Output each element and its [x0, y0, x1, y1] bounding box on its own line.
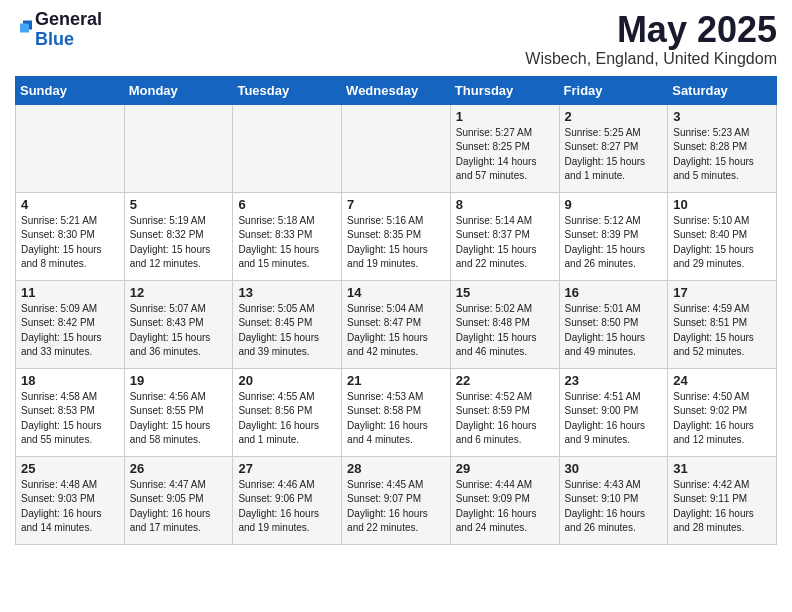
calendar-cell: 28Sunrise: 4:45 AM Sunset: 9:07 PM Dayli…	[342, 456, 451, 544]
day-number: 28	[347, 461, 445, 476]
col-header-friday: Friday	[559, 76, 668, 104]
header: General Blue May 2025 Wisbech, England, …	[15, 10, 777, 68]
day-number: 19	[130, 373, 228, 388]
col-header-tuesday: Tuesday	[233, 76, 342, 104]
calendar-cell: 27Sunrise: 4:46 AM Sunset: 9:06 PM Dayli…	[233, 456, 342, 544]
day-info: Sunrise: 4:51 AM Sunset: 9:00 PM Dayligh…	[565, 390, 663, 448]
day-number: 6	[238, 197, 336, 212]
day-number: 13	[238, 285, 336, 300]
day-number: 12	[130, 285, 228, 300]
calendar-cell	[16, 104, 125, 192]
day-number: 11	[21, 285, 119, 300]
day-info: Sunrise: 5:04 AM Sunset: 8:47 PM Dayligh…	[347, 302, 445, 360]
calendar-cell: 26Sunrise: 4:47 AM Sunset: 9:05 PM Dayli…	[124, 456, 233, 544]
day-info: Sunrise: 4:52 AM Sunset: 8:59 PM Dayligh…	[456, 390, 554, 448]
header-row: SundayMondayTuesdayWednesdayThursdayFrid…	[16, 76, 777, 104]
calendar-cell: 8Sunrise: 5:14 AM Sunset: 8:37 PM Daylig…	[450, 192, 559, 280]
week-row-2: 4Sunrise: 5:21 AM Sunset: 8:30 PM Daylig…	[16, 192, 777, 280]
day-number: 5	[130, 197, 228, 212]
calendar-cell: 16Sunrise: 5:01 AM Sunset: 8:50 PM Dayli…	[559, 280, 668, 368]
calendar-cell: 21Sunrise: 4:53 AM Sunset: 8:58 PM Dayli…	[342, 368, 451, 456]
logo-icon	[17, 19, 35, 37]
day-number: 16	[565, 285, 663, 300]
logo-blue: Blue	[35, 30, 102, 50]
calendar-cell: 31Sunrise: 4:42 AM Sunset: 9:11 PM Dayli…	[668, 456, 777, 544]
calendar-cell: 2Sunrise: 5:25 AM Sunset: 8:27 PM Daylig…	[559, 104, 668, 192]
day-info: Sunrise: 4:45 AM Sunset: 9:07 PM Dayligh…	[347, 478, 445, 536]
col-header-wednesday: Wednesday	[342, 76, 451, 104]
day-info: Sunrise: 5:21 AM Sunset: 8:30 PM Dayligh…	[21, 214, 119, 272]
day-number: 1	[456, 109, 554, 124]
calendar-cell	[124, 104, 233, 192]
calendar-cell: 14Sunrise: 5:04 AM Sunset: 8:47 PM Dayli…	[342, 280, 451, 368]
week-row-5: 25Sunrise: 4:48 AM Sunset: 9:03 PM Dayli…	[16, 456, 777, 544]
day-number: 17	[673, 285, 771, 300]
calendar-table: SundayMondayTuesdayWednesdayThursdayFrid…	[15, 76, 777, 545]
calendar-cell: 29Sunrise: 4:44 AM Sunset: 9:09 PM Dayli…	[450, 456, 559, 544]
day-info: Sunrise: 4:50 AM Sunset: 9:02 PM Dayligh…	[673, 390, 771, 448]
day-info: Sunrise: 4:59 AM Sunset: 8:51 PM Dayligh…	[673, 302, 771, 360]
col-header-sunday: Sunday	[16, 76, 125, 104]
week-row-4: 18Sunrise: 4:58 AM Sunset: 8:53 PM Dayli…	[16, 368, 777, 456]
day-number: 20	[238, 373, 336, 388]
day-number: 27	[238, 461, 336, 476]
week-row-3: 11Sunrise: 5:09 AM Sunset: 8:42 PM Dayli…	[16, 280, 777, 368]
day-number: 22	[456, 373, 554, 388]
calendar-cell	[342, 104, 451, 192]
calendar-cell: 1Sunrise: 5:27 AM Sunset: 8:25 PM Daylig…	[450, 104, 559, 192]
day-number: 15	[456, 285, 554, 300]
calendar-cell: 10Sunrise: 5:10 AM Sunset: 8:40 PM Dayli…	[668, 192, 777, 280]
day-number: 23	[565, 373, 663, 388]
day-number: 25	[21, 461, 119, 476]
calendar-container: General Blue May 2025 Wisbech, England, …	[0, 0, 792, 560]
day-info: Sunrise: 5:19 AM Sunset: 8:32 PM Dayligh…	[130, 214, 228, 272]
calendar-cell: 22Sunrise: 4:52 AM Sunset: 8:59 PM Dayli…	[450, 368, 559, 456]
day-info: Sunrise: 4:58 AM Sunset: 8:53 PM Dayligh…	[21, 390, 119, 448]
day-info: Sunrise: 5:02 AM Sunset: 8:48 PM Dayligh…	[456, 302, 554, 360]
day-info: Sunrise: 5:25 AM Sunset: 8:27 PM Dayligh…	[565, 126, 663, 184]
calendar-cell: 30Sunrise: 4:43 AM Sunset: 9:10 PM Dayli…	[559, 456, 668, 544]
day-info: Sunrise: 5:12 AM Sunset: 8:39 PM Dayligh…	[565, 214, 663, 272]
day-info: Sunrise: 5:23 AM Sunset: 8:28 PM Dayligh…	[673, 126, 771, 184]
calendar-cell: 25Sunrise: 4:48 AM Sunset: 9:03 PM Dayli…	[16, 456, 125, 544]
day-info: Sunrise: 4:56 AM Sunset: 8:55 PM Dayligh…	[130, 390, 228, 448]
day-number: 7	[347, 197, 445, 212]
day-number: 10	[673, 197, 771, 212]
day-number: 21	[347, 373, 445, 388]
calendar-cell: 20Sunrise: 4:55 AM Sunset: 8:56 PM Dayli…	[233, 368, 342, 456]
day-number: 14	[347, 285, 445, 300]
day-number: 26	[130, 461, 228, 476]
location: Wisbech, England, United Kingdom	[525, 50, 777, 68]
week-row-1: 1Sunrise: 5:27 AM Sunset: 8:25 PM Daylig…	[16, 104, 777, 192]
day-info: Sunrise: 4:46 AM Sunset: 9:06 PM Dayligh…	[238, 478, 336, 536]
calendar-cell: 12Sunrise: 5:07 AM Sunset: 8:43 PM Dayli…	[124, 280, 233, 368]
day-info: Sunrise: 5:07 AM Sunset: 8:43 PM Dayligh…	[130, 302, 228, 360]
day-info: Sunrise: 5:14 AM Sunset: 8:37 PM Dayligh…	[456, 214, 554, 272]
day-number: 9	[565, 197, 663, 212]
calendar-cell: 23Sunrise: 4:51 AM Sunset: 9:00 PM Dayli…	[559, 368, 668, 456]
day-info: Sunrise: 5:16 AM Sunset: 8:35 PM Dayligh…	[347, 214, 445, 272]
title-area: May 2025 Wisbech, England, United Kingdo…	[525, 10, 777, 68]
col-header-saturday: Saturday	[668, 76, 777, 104]
col-header-thursday: Thursday	[450, 76, 559, 104]
day-info: Sunrise: 5:05 AM Sunset: 8:45 PM Dayligh…	[238, 302, 336, 360]
day-info: Sunrise: 4:53 AM Sunset: 8:58 PM Dayligh…	[347, 390, 445, 448]
calendar-cell: 15Sunrise: 5:02 AM Sunset: 8:48 PM Dayli…	[450, 280, 559, 368]
calendar-cell: 11Sunrise: 5:09 AM Sunset: 8:42 PM Dayli…	[16, 280, 125, 368]
day-number: 31	[673, 461, 771, 476]
day-number: 18	[21, 373, 119, 388]
day-number: 4	[21, 197, 119, 212]
day-info: Sunrise: 5:18 AM Sunset: 8:33 PM Dayligh…	[238, 214, 336, 272]
calendar-cell: 7Sunrise: 5:16 AM Sunset: 8:35 PM Daylig…	[342, 192, 451, 280]
day-info: Sunrise: 5:01 AM Sunset: 8:50 PM Dayligh…	[565, 302, 663, 360]
day-info: Sunrise: 5:09 AM Sunset: 8:42 PM Dayligh…	[21, 302, 119, 360]
day-info: Sunrise: 4:43 AM Sunset: 9:10 PM Dayligh…	[565, 478, 663, 536]
logo-general: General	[35, 10, 102, 30]
calendar-cell: 19Sunrise: 4:56 AM Sunset: 8:55 PM Dayli…	[124, 368, 233, 456]
logo-text: General Blue	[35, 10, 102, 50]
calendar-cell: 24Sunrise: 4:50 AM Sunset: 9:02 PM Dayli…	[668, 368, 777, 456]
calendar-cell: 18Sunrise: 4:58 AM Sunset: 8:53 PM Dayli…	[16, 368, 125, 456]
day-info: Sunrise: 5:27 AM Sunset: 8:25 PM Dayligh…	[456, 126, 554, 184]
day-number: 29	[456, 461, 554, 476]
calendar-cell: 13Sunrise: 5:05 AM Sunset: 8:45 PM Dayli…	[233, 280, 342, 368]
